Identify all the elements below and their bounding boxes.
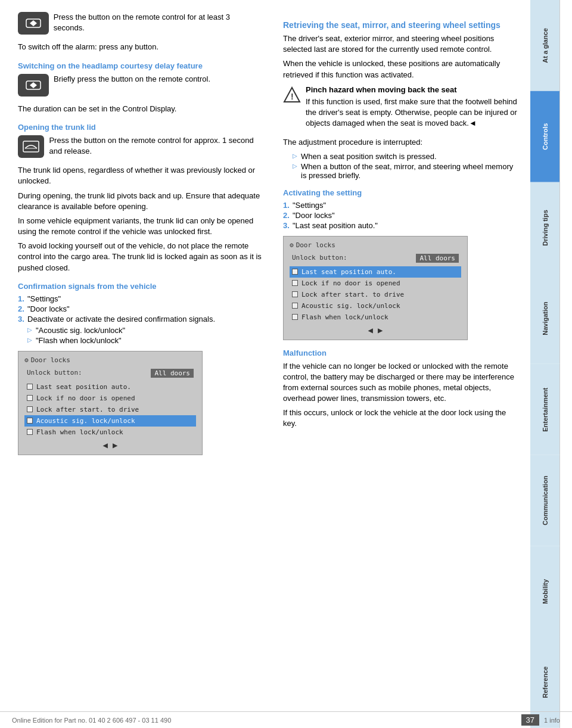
svg-marker-4 xyxy=(30,82,33,88)
sidebar-item-driving-tips[interactable]: Driving tips xyxy=(530,182,560,273)
bottom-bar: Online Edition for Part no. 01 40 2 606 … xyxy=(0,711,572,728)
malfunction-para2: If this occurs, unlock or lock the vehic… xyxy=(283,407,518,429)
right-screen-row-4: Flash when lock/unlock xyxy=(290,312,461,323)
warning-box: ! Pinch hazard when moving back the seat… xyxy=(283,85,518,133)
right-checkbox-2 xyxy=(292,291,298,297)
page-number: 37 xyxy=(521,714,539,726)
svg-marker-2 xyxy=(33,20,37,26)
sidebar-item-at-a-glance[interactable]: At a glance xyxy=(530,0,560,91)
warning-icon: ! xyxy=(283,86,301,104)
left-checkbox-1 xyxy=(27,395,33,401)
activating-heading: Activating the setting xyxy=(283,188,518,197)
right-checkbox-3 xyxy=(292,303,298,309)
right-checkbox-0 xyxy=(292,269,298,275)
remote-press-text: Press the button on the remote control f… xyxy=(54,12,262,33)
right-screen-unlock-row: Unlock button: All doors xyxy=(290,253,461,264)
sidebar-item-navigation[interactable]: Navigation xyxy=(530,273,560,364)
left-screen-row-0: Last seat position auto. xyxy=(24,381,196,393)
left-checkbox-2 xyxy=(27,406,33,412)
act-step-3: 3."Last seat position auto." xyxy=(283,221,518,230)
act-step-2: 2."Door locks" xyxy=(283,211,518,220)
svg-marker-5 xyxy=(33,82,37,88)
conf-step-3: 3.Deactivate or activate the desired con… xyxy=(18,315,262,323)
right-screen-nav: ◀ ▶ xyxy=(290,325,461,335)
left-nav-left: ◀ xyxy=(103,440,108,450)
headlamp-brief-text: Briefly press the button on the remote c… xyxy=(54,74,210,85)
act-step-1: 1."Settings" xyxy=(283,201,518,210)
warning-title: Pinch hazard when moving back the seat xyxy=(306,85,457,94)
remote-press-block: Press the button on the remote control f… xyxy=(18,12,262,37)
retrieving-arrow-1: When a seat position switch is pressed. xyxy=(293,152,518,161)
svg-text:!: ! xyxy=(291,92,294,101)
left-screen-nav: ◀ ▶ xyxy=(24,440,196,450)
left-screen-row-4: Flash when lock/unlock xyxy=(24,427,196,438)
retrieving-para1: The driver's seat, exterior mirror, and … xyxy=(283,33,518,55)
left-nav-right: ▶ xyxy=(113,440,117,450)
activating-steps: 1."Settings" 2."Door locks" 3."Last seat… xyxy=(283,201,518,230)
right-screen-row-0: Last seat position auto. xyxy=(290,266,461,278)
right-screen-row-3: Acoustic sig. lock/unlock xyxy=(290,300,461,312)
left-screen-title: ⚙Door locks xyxy=(24,356,196,364)
sidebar-item-entertainment[interactable]: Entertainment xyxy=(530,364,560,455)
sidebar-item-mobility[interactable]: Mobility xyxy=(530,546,560,637)
left-screen-row-2: Lock after start. to drive xyxy=(24,404,196,415)
right-column: Retrieving the seat, mirror, and steerin… xyxy=(274,0,530,728)
confirmation-steps: 1."Settings" 2."Door locks" 3.Deactivate… xyxy=(18,294,262,323)
info-label: 1 info xyxy=(544,717,560,724)
retrieving-arrow-list: When a seat position switch is pressed. … xyxy=(293,152,518,180)
right-screen-title: ⚙Door locks xyxy=(290,241,461,249)
right-checkbox-4 xyxy=(292,314,298,320)
left-screen-row-1: Lock if no door is opened xyxy=(24,393,196,404)
malfunction-para1: If the vehicle can no longer be locked o… xyxy=(283,361,518,405)
conf-step-2: 2."Door locks" xyxy=(18,304,262,313)
left-checkbox-4 xyxy=(27,429,33,435)
svg-marker-1 xyxy=(30,20,33,26)
right-nav-right: ▶ xyxy=(378,325,383,335)
footer-text: Online Edition for Part no. 01 40 2 606 … xyxy=(12,717,171,724)
sidebar: At a glance Controls Driving tips Naviga… xyxy=(530,0,560,728)
alarm-switch-text: To switch off the alarm: press any butto… xyxy=(18,42,262,52)
headlamp-remote-icon xyxy=(18,74,49,97)
confirmation-arrow-list: "Acoustic sig. lock/unlock" "Flash when … xyxy=(27,326,262,345)
left-screen: ⚙Door locks Unlock button: All doors Las… xyxy=(18,351,203,455)
conf-arrow-2: "Flash when lock/unlock" xyxy=(27,336,262,345)
conf-arrow-1: "Acoustic sig. lock/unlock" xyxy=(27,326,262,335)
left-checkbox-0 xyxy=(27,384,33,390)
interruption-text: The adjustment procedure is interrupted: xyxy=(283,137,518,148)
retrieving-para2: When the vehicle is unlocked, these posi… xyxy=(283,58,518,80)
sidebar-item-communication[interactable]: Communication xyxy=(530,455,560,546)
trunk-icon xyxy=(18,135,44,158)
confirmation-heading: Confirmation signals from the vehicle xyxy=(18,282,262,291)
trunk-para3: In some vehicle equipment variants, the … xyxy=(18,216,262,237)
remote-icon xyxy=(18,12,49,35)
headlamp-heading: Switching on the headlamp courtesy delay… xyxy=(18,61,262,70)
right-screen-row-2: Lock after start. to drive xyxy=(290,289,461,300)
left-checkbox-3 xyxy=(27,418,33,424)
left-column: Press the button on the remote control f… xyxy=(0,0,274,728)
malfunction-heading: Malfunction xyxy=(283,349,518,357)
sidebar-item-controls[interactable]: Controls xyxy=(530,91,560,182)
headlamp-duration-text: The duration can be set in the Control D… xyxy=(18,104,262,114)
warning-text-block: Pinch hazard when moving back the seat I… xyxy=(306,85,518,133)
trunk-para4: To avoid locking yourself out of the veh… xyxy=(18,241,262,273)
trunk-press-text: Press the button on the remote control f… xyxy=(49,135,262,157)
trunk-heading: Opening the trunk lid xyxy=(18,123,262,132)
retrieving-heading: Retrieving the seat, mirror, and steerin… xyxy=(283,20,518,30)
right-screen: ⚙Door locks Unlock button: All doors Las… xyxy=(283,236,468,340)
retrieving-arrow-2: When a button of the seat, mirror, and s… xyxy=(293,162,518,180)
right-checkbox-1 xyxy=(292,280,298,286)
left-screen-unlock-row: Unlock button: All doors xyxy=(24,368,196,379)
trunk-para1: The trunk lid opens, regardless of wheth… xyxy=(18,165,262,186)
right-nav-left: ◀ xyxy=(368,325,373,335)
conf-step-1: 1."Settings" xyxy=(18,294,262,303)
trunk-icon-block: Press the button on the remote control f… xyxy=(18,135,262,160)
trunk-para2: During opening, the trunk lid pivots bac… xyxy=(18,191,262,212)
left-screen-row-3: Acoustic sig. lock/unlock xyxy=(24,415,196,427)
svg-rect-6 xyxy=(23,141,39,152)
headlamp-icon-block: Briefly press the button on the remote c… xyxy=(18,74,262,99)
right-screen-row-1: Lock if no door is opened xyxy=(290,278,461,289)
warning-detail: If this function is used, first make sur… xyxy=(306,97,518,129)
